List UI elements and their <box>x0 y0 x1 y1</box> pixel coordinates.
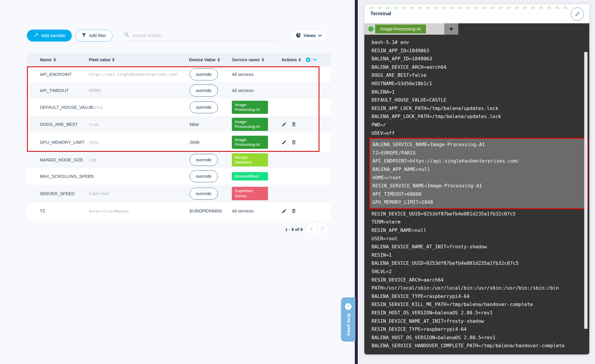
column-header-fleet-value[interactable]: Fleet value <box>89 57 189 62</box>
actions-cell <box>281 208 318 214</box>
table-row: DEFAULT_HOUSE_VALUECASTLEoverrideImage-P… <box>27 99 331 116</box>
terminal-line: BALENA_DEVICE_NAME_AT_INIT=frosty-shadow <box>372 243 589 251</box>
terminal-line: SHLVL=2 <box>372 267 589 276</box>
service-name-cell: Superfast-Server <box>232 187 281 200</box>
views-button[interactable]: Views <box>290 30 328 42</box>
service-name-cell: Image-Processing-AI <box>232 101 281 114</box>
terminal-output[interactable]: bash-5.1# envRESIN_APP_ID=1849063BALENA_… <box>364 35 589 354</box>
prev-page-button[interactable] <box>306 223 317 235</box>
terminal-line: HOME=/root <box>372 174 587 182</box>
delete-trash-icon[interactable] <box>291 208 296 214</box>
terminal-line: RESIN_APP_LOCK_PATH=/tmp/balena/updates.… <box>372 104 589 113</box>
pagination-controls <box>306 222 328 235</box>
service-badge: browserBlock <box>232 172 268 181</box>
variables-panel: Add variable Add filter View <box>0 0 355 364</box>
terminal-line: PATH=/usr/local/sbin:/usr/local/bin:/usr… <box>372 284 589 292</box>
override-button[interactable]: override <box>190 101 218 113</box>
variable-name: SERVER_SPEED <box>27 191 89 196</box>
device-value-cell: override <box>189 68 232 80</box>
terminal-line: RESIN_DEVICE_NAME_AT_INIT=frosty-shadow <box>372 317 589 325</box>
override-button[interactable]: override <box>190 188 218 200</box>
service-name-cell: All services <box>232 209 281 213</box>
service-name-cell: Image-Processing-AI <box>232 118 281 131</box>
chevron-down-icon <box>318 33 322 38</box>
variables-table: Name Fleet value Device Value Service na… <box>27 53 331 220</box>
terminal-line: BALENA_SERVICE_NAME=Image-Processing-AI <box>372 140 587 149</box>
device-value-cell: override <box>189 85 232 97</box>
add-filter-button[interactable]: Add filter <box>75 30 112 42</box>
device-value-cell: override <box>189 101 232 113</box>
terminal-line: RESIN_DEVICE_ARCH=aarch64 <box>372 276 589 284</box>
fleet-value: Antarctica/Mawson <box>89 209 189 213</box>
column-header-service-name[interactable]: Service name <box>232 57 281 62</box>
variable-name: DOGS_ARE_BEST <box>27 122 89 127</box>
device-value-cell: false <box>189 122 232 127</box>
terminal-scrollbar-thumb[interactable] <box>584 52 588 329</box>
table-row: MANGO_NODE_SIZE120overrideMango-Database <box>27 152 331 168</box>
magic-wand-icon <box>34 33 39 39</box>
delete-trash-icon[interactable] <box>291 122 296 127</box>
search-icon <box>124 32 129 39</box>
terminal-line: BALENA_APP_LOCK_PATH=/tmp/balena/updates… <box>372 112 589 121</box>
column-settings-gear-icon[interactable] <box>305 57 311 63</box>
column-header-name[interactable]: Name <box>27 57 89 62</box>
terminal-line: BALENA_DEVICE_UUID=9253df87befb4e081d235… <box>372 259 589 267</box>
chevron-down-icon[interactable] <box>313 58 317 61</box>
table-row: SERVER_SPEEDSuperfastoverrideSuperfast-S… <box>27 185 331 202</box>
service-badge: Mango-Database <box>232 153 268 166</box>
terminal-line: BALENA_DEVICE_ARCH=aarch64 <box>372 63 589 71</box>
override-button[interactable]: override <box>190 154 218 166</box>
terminal-line: RESIN_DEVICE_TYPE=raspberrypi4-64 <box>372 325 589 334</box>
edit-pencil-icon[interactable] <box>281 122 287 127</box>
sort-icon <box>112 58 115 62</box>
terminal-line: BALENA_HOST_OS_VERSION=balenaOS 2.80.5+r… <box>372 334 589 342</box>
fleet-value: 60000 <box>89 88 189 93</box>
fleet-value: Superfast <box>89 191 189 196</box>
terminal-line: UDEV=off <box>372 129 589 137</box>
fleet-value: 120 <box>89 158 189 162</box>
device-value-cell: override <box>189 170 232 182</box>
terminal-line: RESIN_HOST_OS_VERSION=balenaOS 2.80.5+re… <box>372 309 589 317</box>
service-name: All services <box>232 88 254 93</box>
override-button[interactable]: override <box>190 68 218 80</box>
terminal-header: Terminal <box>364 4 589 23</box>
column-header-actions[interactable]: Actions <box>281 57 318 63</box>
terminal-line: RESIN_APP_ID=1849063 <box>372 47 589 55</box>
search-field <box>124 30 277 41</box>
new-terminal-tab-button[interactable]: + <box>444 23 458 35</box>
table-body: API_ENDPOINThttps://api.singlehashenterp… <box>27 66 331 220</box>
service-badge: Superfast-Server <box>232 187 268 200</box>
service-name-cell: All services <box>232 88 281 93</box>
next-page-button[interactable] <box>317 223 328 235</box>
terminal-line: DOGS_ARE_BEST=false <box>372 71 589 79</box>
collapse-terminal-button[interactable] <box>571 7 584 21</box>
variable-name: API_ENDPOINT <box>27 72 89 77</box>
terminal-line: RESIN=1 <box>372 251 589 259</box>
table-row: MAX_SCROLLING_SPEED19overridebrowserBloc… <box>27 168 331 185</box>
table-row: DOGS_ARE_BESTtruefalseImage-Processing-A… <box>27 116 331 133</box>
variable-name: DEFAULT_HOUSE_VALUE <box>27 105 89 110</box>
sort-icon <box>262 58 264 62</box>
terminal-line: BALENA_APP_ID=1849063 <box>372 55 589 63</box>
terminal-tab-bar: Image-Processing-AI + <box>364 23 589 35</box>
terminal-line: RESIN_SERVICE_KILL_ME_PATH=/tmp/balena/h… <box>372 300 589 309</box>
device-value-cell: override <box>189 154 232 166</box>
pie-chart-icon <box>296 33 301 39</box>
delete-trash-icon[interactable] <box>291 140 296 145</box>
column-header-device-value[interactable]: Device Value <box>189 57 232 62</box>
edit-pencil-icon[interactable] <box>281 140 287 145</box>
need-help-tab[interactable]: ? Need help <box>341 297 355 342</box>
terminal-lines: bash-5.1# envRESIN_APP_ID=1849063BALENA_… <box>372 38 589 137</box>
service-badge: Image-Processing-AI <box>232 136 268 149</box>
terminal-tab-image-processing-ai[interactable]: Image-Processing-AI <box>375 25 426 33</box>
device-value-cell: EUROPE/PARIS <box>189 209 232 213</box>
override-button[interactable]: override <box>190 170 218 182</box>
device-value: false <box>190 122 199 127</box>
app-root: Add variable Add filter View <box>0 0 595 364</box>
add-variable-button[interactable]: Add variable <box>27 30 72 42</box>
search-input[interactable] <box>132 33 277 38</box>
table-header-row: Name Fleet value Device Value Service na… <box>27 53 331 66</box>
edit-pencil-icon[interactable] <box>281 208 287 214</box>
override-button[interactable]: override <box>190 85 218 97</box>
service-name-cell: Mango-Database <box>232 153 281 166</box>
